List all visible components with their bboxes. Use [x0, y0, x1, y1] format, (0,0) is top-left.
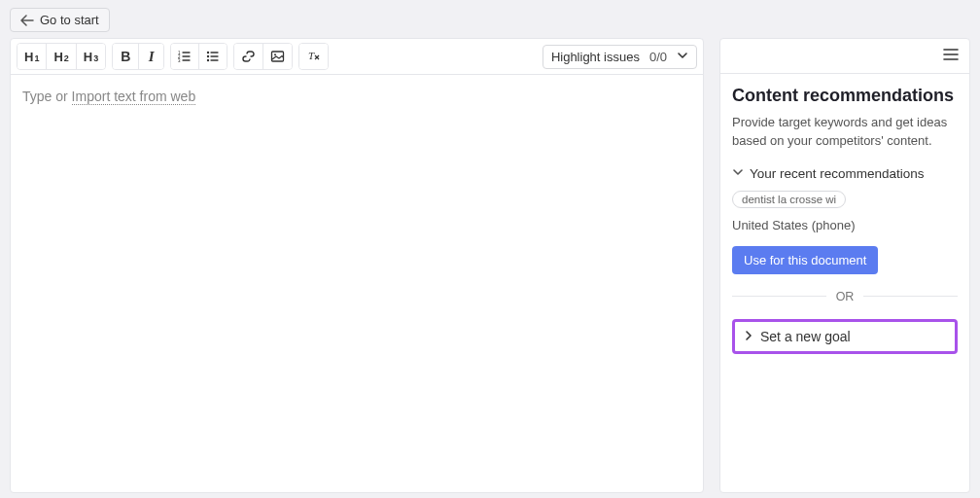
- h1-button[interactable]: H1: [18, 44, 46, 69]
- clear-formatting-icon: T: [306, 50, 321, 63]
- hamburger-icon: [943, 50, 959, 64]
- divider-line: [863, 296, 958, 297]
- highlight-issues-label: Highlight issues: [551, 50, 640, 64]
- heading-group: H1 H2 H3: [17, 43, 106, 70]
- svg-text:T: T: [308, 50, 315, 61]
- go-to-start-button[interactable]: Go to start: [10, 8, 110, 32]
- clear-formatting-button[interactable]: T: [299, 44, 328, 69]
- editor-placeholder-prefix: Type or: [22, 89, 72, 104]
- recent-recommendations-toggle[interactable]: Your recent recommendations: [732, 166, 958, 181]
- side-body: Content recommendations Provide target k…: [720, 74, 969, 366]
- svg-text:3: 3: [178, 58, 181, 63]
- locale-label: United States (phone): [732, 218, 958, 232]
- svg-point-7: [274, 53, 276, 55]
- clear-group: T: [298, 43, 329, 70]
- list-group: 123: [170, 43, 228, 70]
- or-divider: OR: [732, 290, 958, 303]
- keyword-chip[interactable]: dentist la crosse wi: [732, 191, 846, 208]
- style-group: B I: [112, 43, 164, 70]
- h3-button[interactable]: H3: [76, 44, 105, 69]
- highlight-issues-count: 0/0: [649, 50, 667, 64]
- svg-point-5: [207, 59, 209, 61]
- recent-recommendations-label: Your recent recommendations: [750, 166, 925, 181]
- insert-group: [233, 43, 293, 70]
- workspace: H1 H2 H3 B I 123: [0, 38, 980, 493]
- highlight-issues-dropdown[interactable]: Highlight issues 0/0: [542, 45, 697, 69]
- side-header: [720, 39, 969, 74]
- recommendations-description: Provide target keywords and get ideas ba…: [732, 114, 958, 151]
- ordered-list-icon: 123: [178, 50, 192, 63]
- use-for-document-button[interactable]: Use for this document: [732, 246, 878, 274]
- unordered-list-button[interactable]: [198, 44, 227, 69]
- bold-button[interactable]: B: [113, 44, 138, 69]
- image-icon: [270, 50, 285, 63]
- chevron-right-icon: [743, 329, 754, 344]
- editor-panel: H1 H2 H3 B I 123: [10, 38, 704, 493]
- editor-body[interactable]: Type or Import text from web: [11, 75, 703, 492]
- svg-point-4: [207, 55, 209, 57]
- link-icon: [241, 50, 256, 63]
- panel-menu-button[interactable]: [940, 45, 962, 67]
- go-to-start-label: Go to start: [40, 13, 99, 27]
- import-text-link[interactable]: Import text from web: [72, 89, 196, 105]
- chevron-down-icon: [677, 50, 688, 64]
- recommendations-title: Content recommendations: [732, 86, 958, 106]
- topbar: Go to start: [0, 0, 980, 38]
- chevron-down-icon: [732, 166, 744, 181]
- svg-point-3: [207, 52, 209, 53]
- h2-button[interactable]: H2: [46, 44, 75, 69]
- divider-line: [732, 296, 826, 297]
- set-new-goal-button[interactable]: Set a new goal: [732, 319, 958, 354]
- arrow-left-icon: [20, 15, 34, 26]
- set-new-goal-label: Set a new goal: [760, 329, 851, 344]
- ordered-list-button[interactable]: 123: [171, 44, 198, 69]
- link-button[interactable]: [234, 44, 262, 69]
- italic-button[interactable]: I: [138, 44, 163, 69]
- image-button[interactable]: [262, 44, 292, 69]
- recommendations-panel: Content recommendations Provide target k…: [719, 38, 970, 493]
- unordered-list-icon: [206, 50, 220, 63]
- or-label: OR: [836, 290, 855, 303]
- editor-toolbar: H1 H2 H3 B I 123: [11, 39, 703, 75]
